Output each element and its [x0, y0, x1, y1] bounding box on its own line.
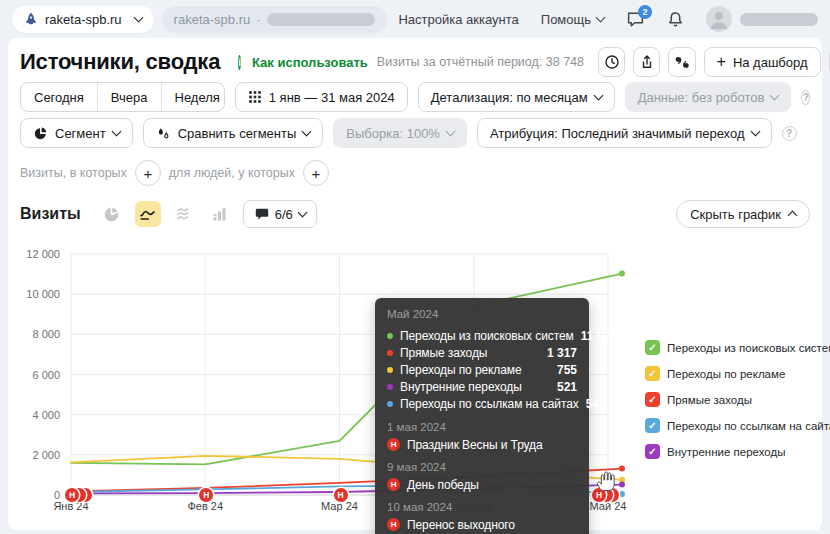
period-button[interactable]: Вчера: [98, 83, 162, 111]
holiday-marker-group[interactable]: Н: [334, 488, 348, 502]
chevron-down-icon: [596, 13, 606, 23]
rocket-icon: [24, 12, 38, 26]
date-range-label: 1 янв — 31 мая 2024: [269, 90, 395, 105]
legend-label: Переходы по рекламе: [667, 368, 785, 380]
holiday-badge: Н: [387, 518, 400, 531]
legend-checkbox[interactable]: ✓: [645, 392, 660, 407]
series-color-dot: [387, 401, 393, 407]
y-axis-label: 10 000: [20, 288, 60, 300]
legend-item[interactable]: ✓Переходы по рекламе: [645, 366, 830, 381]
bell-icon[interactable]: [667, 11, 684, 28]
counter-tab-label: raketa-spb.ru: [45, 12, 122, 27]
legend-checkbox[interactable]: ✓: [645, 340, 660, 355]
report-header-actions: Визиты за отчётный период: 38 748: [377, 47, 830, 77]
hand-cursor-icon: [596, 470, 618, 492]
series-end-dot[interactable]: [619, 271, 625, 277]
period-filter-row: СегодняВчераНеделяМесяцКварталГод 1 янв …: [20, 82, 810, 112]
data-mode-label: Данные: без роботов: [638, 90, 765, 105]
tooltip-event-rows: 1 мая 2024НПраздник Весны и Труда9 мая 2…: [387, 421, 577, 532]
legend-checkbox[interactable]: ✓: [645, 444, 660, 459]
help-question-icon[interactable]: ?: [801, 90, 810, 105]
attribution-dropdown[interactable]: Атрибуция: Последний значимый переход: [477, 118, 772, 148]
help-label: Помощь: [541, 12, 591, 27]
user-menu[interactable]: [706, 6, 818, 32]
tooltip-event-date: 10 мая 2024: [387, 501, 577, 513]
series-color-dot: [387, 367, 393, 373]
export-button[interactable]: [633, 47, 660, 77]
hide-chart-label: Скрыть график: [690, 207, 781, 222]
legend-label: Переходы из поисковых систем: [667, 342, 830, 354]
date-range-button[interactable]: 1 янв — 31 мая 2024: [235, 82, 408, 112]
legend-label: Переходы по ссылкам на сайтах: [667, 420, 830, 432]
column-chart-icon: [211, 206, 228, 223]
metrics-selector-dropdown[interactable]: 6/6: [243, 200, 317, 228]
data-mode-dropdown[interactable]: Данные: без роботов: [625, 82, 792, 112]
chevron-down-icon: [297, 208, 307, 218]
holiday-badge[interactable]: Н: [199, 488, 213, 502]
chart-tooltip: Май 2024 Переходы из поисковых систем11 …: [375, 298, 589, 534]
tooltip-series-label: Внутренние переходы: [400, 380, 550, 394]
detalization-dropdown[interactable]: Детализация: по месяцам: [418, 82, 615, 112]
chart-type-area-button[interactable]: [171, 201, 197, 227]
tooltip-title: Май 2024: [387, 308, 577, 320]
legend-item[interactable]: ✓Переходы из поисковых систем: [645, 340, 830, 355]
chevron-down-icon: [133, 13, 143, 23]
help-question-icon[interactable]: ?: [782, 126, 797, 141]
hide-chart-button[interactable]: Скрыть график: [676, 200, 810, 228]
series-end-dot[interactable]: [619, 491, 625, 497]
tooltip-series-row: Прямые заходы1 317: [387, 344, 577, 361]
tooltip-series-label: Переходы по рекламе: [400, 363, 550, 377]
chart-area[interactable]: ✓Переходы из поисковых систем✓Переходы п…: [20, 228, 810, 528]
metrics-count-label: 6/6: [275, 207, 293, 222]
visits-period-summary: Визиты за отчётный период: 38 748: [377, 55, 584, 69]
counter-tab-secondary-label: raketa-spb.ru: [174, 12, 251, 27]
legend-item[interactable]: ✓Переходы по ссылкам на сайтах: [645, 418, 830, 433]
chart-type-columns-button[interactable]: [207, 201, 233, 227]
tooltip-event-date: 1 мая 2024: [387, 421, 577, 433]
holiday-marker-group[interactable]: Н: [199, 488, 213, 502]
add-to-dashboard-button[interactable]: + На дашборд: [704, 47, 821, 77]
compare-segments-dropdown[interactable]: Сравнить сегменты: [143, 118, 324, 148]
info-icon: i: [238, 55, 241, 70]
how-to-use-link[interactable]: Как использовать: [252, 55, 368, 70]
series-end-dot[interactable]: [619, 466, 625, 472]
period-button[interactable]: Сегодня: [21, 83, 98, 111]
legend-checkbox[interactable]: ✓: [645, 366, 660, 381]
counter-tab-secondary[interactable]: raketa-spb.ru ·: [162, 6, 387, 33]
segment-dropdown[interactable]: Сегмент: [20, 118, 133, 148]
legend-item[interactable]: ✓Внутренние переходы: [645, 444, 830, 459]
messages-button[interactable]: 2: [626, 11, 645, 28]
holiday-badge[interactable]: Н: [65, 488, 79, 502]
app-window: raketa-spb.ru raketa-spb.ru · Настройка …: [0, 0, 830, 534]
tooltip-series-value: 11 026: [581, 329, 617, 343]
tooltip-series-rows: Переходы из поисковых систем11 026Прямые…: [387, 327, 577, 412]
chart-type-line-button[interactable]: [135, 201, 161, 227]
holiday-badge[interactable]: Н: [334, 488, 348, 502]
schedule-button[interactable]: [598, 47, 625, 77]
series-color-dot: [387, 384, 393, 390]
tooltip-event-row: НПеренос выходного: [387, 517, 577, 532]
legend-checkbox[interactable]: ✓: [645, 418, 660, 433]
add-visit-condition-button[interactable]: +: [135, 160, 161, 186]
chevron-down-icon: [770, 91, 780, 101]
tooltip-event-row: НПраздник Весны и Труда: [387, 437, 577, 452]
holiday-marker-group[interactable]: Н: [65, 488, 92, 502]
sampling-dropdown[interactable]: Выборка: 100%: [333, 118, 467, 148]
visits-period-label: Визиты за отчётный период:: [377, 55, 542, 69]
chart-type-pie-button[interactable]: [99, 201, 125, 227]
condition-row: Визиты, в которых + для людей, у которых…: [20, 160, 810, 186]
y-axis-label: 8 000: [20, 328, 60, 340]
counter-tab-active[interactable]: raketa-spb.ru: [12, 6, 154, 33]
legend-item[interactable]: ✓Прямые заходы: [645, 392, 830, 407]
compare-button[interactable]: [668, 47, 695, 77]
segment-filter-row: Сегмент Сравнить сегменты Выборка: 100% …: [20, 118, 810, 148]
account-settings-link[interactable]: Настройка аккаунта: [398, 12, 518, 27]
period-button[interactable]: Неделя: [162, 83, 225, 111]
export-icon: [639, 54, 655, 70]
help-menu[interactable]: Помощь: [541, 12, 604, 27]
add-people-condition-button[interactable]: +: [303, 160, 329, 186]
legend-label: Внутренние переходы: [667, 446, 785, 458]
series-end-dot[interactable]: [619, 482, 625, 488]
chart-toolbar: Визиты: [20, 200, 810, 228]
pie-chart-icon: [103, 206, 120, 223]
